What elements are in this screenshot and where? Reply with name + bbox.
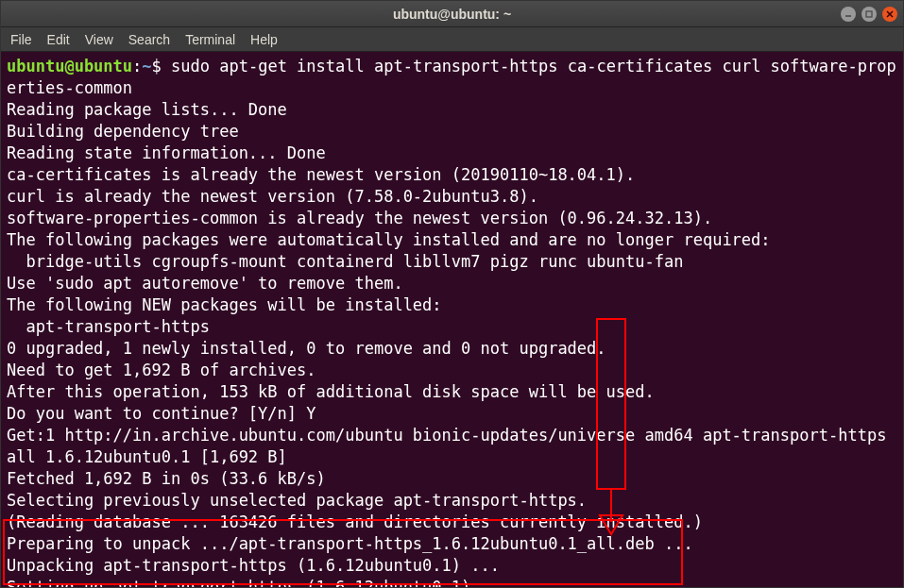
- title-bar: ubuntu@ubuntu: ~: [1, 1, 903, 27]
- svg-rect-1: [866, 11, 872, 17]
- output-line: The following packages were automaticall…: [7, 230, 771, 249]
- menu-view[interactable]: View: [85, 32, 113, 47]
- output-line: Setting up apt-transport-https (1.6.12ub…: [7, 578, 509, 587]
- terminal-window: ubuntu@ubuntu: ~ File Edit View Search T…: [0, 0, 904, 588]
- maximize-button[interactable]: [861, 7, 877, 22]
- output-line: Get:1 http://in.archive.ubuntu.com/ubunt…: [7, 426, 896, 466]
- prompt-user-host: ubuntu@ubuntu: [7, 57, 132, 76]
- output-line: Preparing to unpack .../apt-transport-ht…: [7, 534, 693, 553]
- menu-search[interactable]: Search: [128, 32, 170, 47]
- output-line: The following NEW packages will be insta…: [7, 295, 442, 314]
- output-line: Fetched 1,692 B in 0s (33.6 kB/s): [7, 469, 326, 488]
- output-line: Reading state information... Done: [7, 143, 326, 162]
- prompt-dollar: $: [152, 57, 162, 76]
- output-line: After this operation, 153 kB of addition…: [7, 382, 655, 401]
- window-title: ubuntu@ubuntu: ~: [393, 7, 511, 22]
- minimize-button[interactable]: [841, 7, 856, 22]
- output-line: Use 'sudo apt autoremove' to remove them…: [7, 274, 403, 293]
- output-line: software-properties-common is already th…: [7, 209, 712, 227]
- menu-edit[interactable]: Edit: [47, 32, 70, 47]
- output-line: Selecting previously unselected package …: [7, 491, 587, 510]
- terminal-output[interactable]: ubuntu@ubuntu:~$ sudo apt-get install ap…: [1, 52, 903, 587]
- menu-file[interactable]: File: [10, 32, 32, 47]
- window-controls: [841, 7, 897, 22]
- prompt-path: ~: [142, 57, 151, 76]
- output-line: apt-transport-https: [7, 317, 210, 336]
- output-line: Do you want to continue? [Y/n] Y: [7, 404, 316, 423]
- output-line: Unpacking apt-transport-https (1.6.12ubu…: [7, 556, 500, 575]
- prompt-colon: :: [132, 57, 142, 76]
- menu-help[interactable]: Help: [250, 32, 278, 47]
- menu-bar: File Edit View Search Terminal Help: [1, 27, 903, 52]
- output-line: 0 upgraded, 1 newly installed, 0 to remo…: [7, 339, 606, 358]
- output-line: Reading package lists... Done: [7, 100, 287, 119]
- output-line: Building dependency tree: [7, 122, 239, 141]
- output-line: bridge-utils cgroupfs-mount containerd l…: [7, 252, 683, 271]
- close-button[interactable]: [882, 7, 897, 22]
- menu-terminal[interactable]: Terminal: [185, 32, 235, 47]
- output-line: (Reading database ... 163426 files and d…: [7, 512, 703, 531]
- output-line: curl is already the newest version (7.58…: [7, 187, 538, 206]
- output-line: ca-certificates is already the newest ve…: [7, 165, 635, 184]
- output-line: Need to get 1,692 B of archives.: [7, 361, 316, 379]
